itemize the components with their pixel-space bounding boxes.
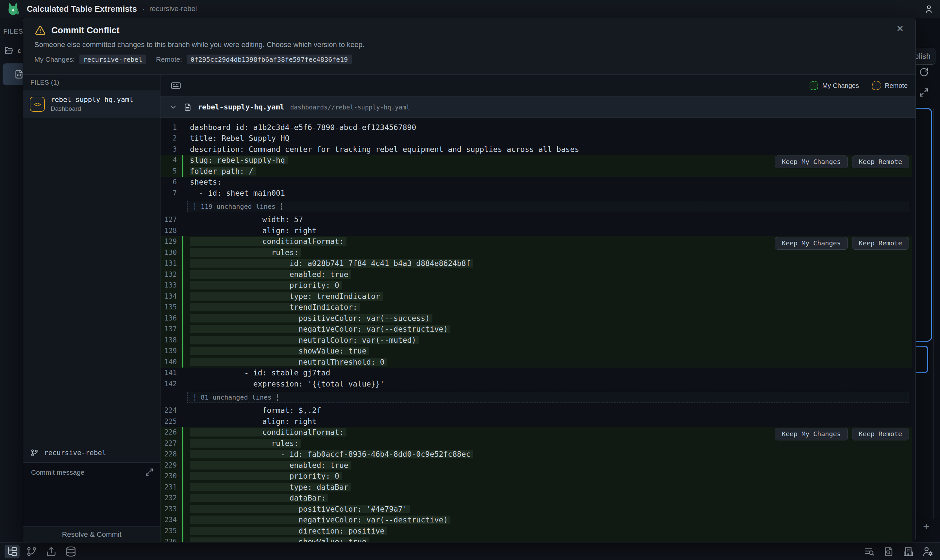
line-number: 138 — [160, 336, 182, 344]
code-text: description: Command center for tracking… — [190, 145, 579, 154]
background-files-rail: FILES c — [0, 18, 23, 542]
bottom-toolbar — [0, 542, 940, 560]
diff-legend: My Changes Remote — [810, 82, 908, 90]
refresh-icon — [919, 67, 929, 77]
file-text-icon — [183, 103, 192, 111]
background-files-label: FILES — [3, 28, 23, 35]
line-number: 132 — [160, 271, 182, 278]
line-number: 225 — [160, 418, 182, 425]
app-logo-cat-icon — [6, 2, 20, 16]
organization-tool-button[interactable] — [901, 545, 916, 558]
code-line: 2title: Rebel Supply HQ — [160, 133, 912, 144]
line-number: 129 — [160, 237, 182, 245]
refresh-button[interactable] — [919, 67, 929, 77]
branch-row: recursive-rebel — [23, 443, 160, 462]
code-line: 138 neutralColor: var(--muted) — [160, 335, 912, 346]
code-text: align: right — [190, 226, 317, 235]
keep-my-changes-button[interactable]: Keep My Changes — [775, 237, 848, 249]
user-account-button[interactable] — [924, 4, 934, 13]
line-number: 142 — [160, 380, 182, 388]
code-line: 236 showValue: true — [160, 537, 912, 542]
keyboard-shortcuts-icon[interactable] — [170, 80, 182, 91]
code-line: 1dashboard_id: a1b2c3d4-e5f6-7890-abcd-e… — [160, 122, 912, 133]
git-branch-icon — [26, 546, 37, 557]
keep-remote-button[interactable]: Keep Remote — [852, 237, 909, 249]
git-branch-icon — [31, 449, 39, 457]
code-text: trendIndicator: — [190, 303, 360, 311]
bottom-toolbar-left — [5, 545, 79, 558]
diff-conflict-block: 4slug: rebel-supply-hq5folder_path: /Kee… — [160, 155, 912, 177]
commit-message-box — [23, 462, 160, 526]
diff-file-path: dashboards//rebel-supply-hq.yaml — [290, 103, 410, 111]
code-text: priority: 0 — [190, 472, 342, 480]
code-text: priority: 0 — [190, 281, 342, 289]
keep-remote-button[interactable]: Keep Remote — [852, 155, 909, 168]
add-button[interactable]: + — [923, 520, 929, 533]
user-settings-tool-button[interactable] — [920, 545, 935, 558]
database-tool-button[interactable] — [63, 545, 79, 558]
line-number: 4 — [160, 156, 182, 164]
diff-file-header[interactable]: rebel-supply-hq.yaml dashboards//rebel-s… — [160, 97, 915, 118]
line-number: 6 — [160, 178, 182, 186]
bottom-toolbar-right — [861, 545, 935, 558]
diff-pane: My Changes Remote rebel — [160, 75, 915, 542]
publish-upload-tool-button[interactable] — [44, 545, 59, 558]
close-icon[interactable]: ✕ — [896, 25, 904, 33]
sidebar-branch-name: recursive-rebel — [44, 449, 106, 457]
conflict-actions: Keep My ChangesKeep Remote — [775, 155, 909, 168]
keep-my-changes-button[interactable]: Keep My Changes — [775, 428, 848, 440]
legend-remote-label: Remote — [885, 82, 908, 89]
background-folder-row[interactable]: c — [4, 46, 21, 55]
search-list-tool-button[interactable] — [861, 545, 877, 558]
legend-my-changes-label: My Changes — [822, 82, 859, 89]
code-text: - id: sheet_main001 — [190, 189, 285, 197]
legend-remote[interactable]: Remote — [872, 82, 908, 90]
line-number: 137 — [160, 325, 182, 333]
line-number: 224 — [160, 406, 182, 414]
line-number: 140 — [160, 358, 182, 366]
file-tree-tool-button[interactable] — [5, 545, 20, 558]
line-number: 5 — [160, 167, 182, 175]
code-line: 231 type: dataBar — [160, 482, 912, 493]
code-text: positiveColor: var(--success) — [190, 314, 432, 323]
building-icon — [903, 546, 914, 557]
code-text: conditionalFormat: — [190, 237, 347, 246]
code-text: type: dataBar — [190, 483, 351, 491]
code-text: dataBar: — [190, 494, 328, 502]
diff-conflict-block: 226 conditionalFormat:227 rules:228 - id… — [160, 427, 912, 542]
keep-remote-button[interactable]: Keep Remote — [852, 428, 909, 440]
diff-file-name: rebel-supply-hq.yaml — [198, 103, 284, 111]
conflict-file-item[interactable]: <> rebel-supply-hq.yaml Dashboard — [23, 90, 160, 118]
diff-lines-block: 1dashboard_id: a1b2c3d4-e5f6-7890-abcd-e… — [160, 122, 912, 155]
git-branch-tool-button[interactable] — [24, 545, 39, 558]
background-selected-file[interactable] — [3, 63, 23, 85]
expand-commit-editor-button[interactable] — [145, 468, 154, 476]
collapsed-lines-marker[interactable]: ┆ 81 unchanged lines ┆ — [187, 392, 909, 403]
resolve-commit-button[interactable]: Resolve & Commit — [23, 526, 160, 542]
code-text: enabled: true — [190, 270, 351, 279]
app-title: Calculated Table Extremists — [27, 4, 137, 14]
line-number: 226 — [160, 428, 182, 436]
commit-message-input[interactable] — [23, 463, 160, 526]
modal-subtitle: Someone else committed changes to this b… — [34, 40, 904, 49]
keep-my-changes-button[interactable]: Keep My Changes — [775, 155, 848, 168]
code-text: direction: positive — [190, 527, 387, 535]
collapsed-lines-marker[interactable]: ┆ 119 unchanged lines ┆ — [187, 201, 909, 212]
line-number: 227 — [160, 440, 182, 447]
legend-my-changes[interactable]: My Changes — [810, 82, 859, 90]
code-text: - id: stable_gj7tad — [190, 369, 330, 377]
line-number: 2 — [160, 134, 182, 142]
file-search-tool-button[interactable] — [881, 545, 896, 558]
line-number: 236 — [160, 538, 182, 542]
expand-panel-button[interactable] — [919, 88, 929, 97]
upload-icon — [46, 546, 57, 557]
code-text: showValue: true — [190, 537, 369, 542]
code-line: 128 align: right — [160, 225, 912, 236]
line-number: 229 — [160, 462, 182, 469]
code-line: 234 negativeColor: var(--destructive) — [160, 515, 912, 526]
background-panel-divider-horizontal — [916, 519, 940, 519]
line-number: 128 — [160, 227, 182, 235]
chevron-down-icon — [169, 103, 177, 111]
code-line: 136 positiveColor: var(--success) — [160, 313, 912, 324]
code-text: expression: '{{total_value}}' — [190, 380, 384, 388]
